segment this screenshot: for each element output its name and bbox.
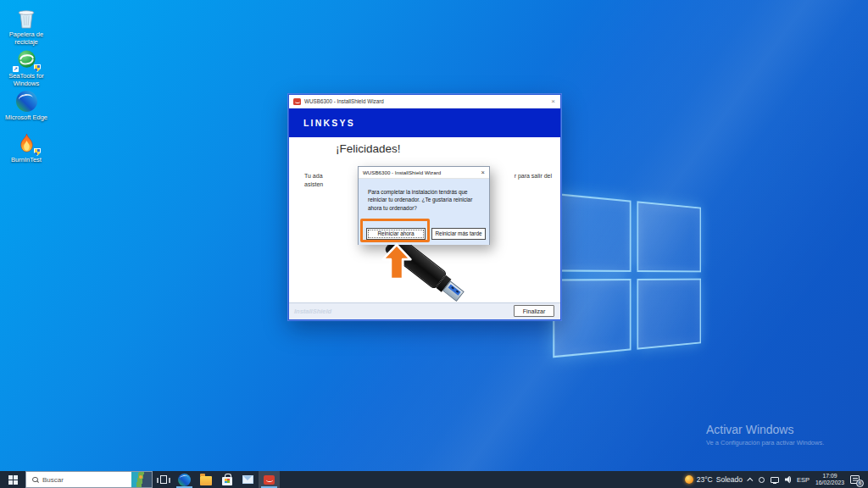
uac-shield-icon — [34, 64, 41, 72]
search-highlight-thumbnail[interactable] — [131, 472, 152, 487]
taskbar: Buscar 23°C Soleado — [0, 471, 868, 488]
dialog-message-line: reiniciar tu ordenador. ¿Te gustaría rei… — [368, 196, 489, 203]
notification-center-button[interactable]: 6 — [850, 475, 860, 485]
activation-watermark-title: Activar Windows — [706, 423, 824, 436]
window-titlebar[interactable]: WUSB6300 - InstallShield Wizard × — [289, 95, 560, 108]
desktop-icon-label: SeaTools for Windows — [2, 73, 51, 87]
linksys-logo: LINKSYS — [303, 118, 355, 128]
network-display-icon[interactable] — [771, 477, 779, 483]
taskbar-item-store[interactable] — [216, 471, 237, 488]
wizard-footer: InstallShield Finalizar — [289, 302, 560, 319]
seatools-icon: ➚ — [2, 48, 51, 71]
desktop-icon-recycle-bin[interactable]: Papelera de reciclaje — [2, 7, 51, 46]
search-input[interactable]: Buscar — [25, 471, 153, 488]
desktop-icon-seatools[interactable]: ➚ SeaTools for Windows — [2, 48, 51, 87]
restart-later-button[interactable]: Reiniciar más tarde — [431, 228, 486, 240]
dialog-title: WUSB6300 - InstallShield Wizard — [363, 169, 441, 175]
window-title: WUSB6300 - InstallShield Wizard — [304, 98, 384, 104]
task-view-icon — [160, 475, 167, 484]
system-tray: 23°C Soleado ESP 17:09 16/02/2023 6 — [685, 471, 868, 488]
linksys-banner: LINKSYS — [289, 108, 560, 137]
burnintest-flame-icon — [2, 132, 51, 155]
shortcut-arrow-icon: ➚ — [13, 66, 19, 72]
weather-condition: Soleado — [716, 475, 743, 484]
installshield-app-icon — [293, 98, 301, 105]
dialog-titlebar[interactable]: WUSB6300 - InstallShield Wizard × — [359, 167, 489, 178]
desktop-icon-label: BurnInTest — [2, 157, 51, 164]
weather-temperature: 23°C — [697, 475, 713, 484]
recycle-bin-icon — [2, 7, 51, 30]
taskbar-item-file-explorer[interactable] — [195, 471, 216, 488]
desktop: Papelera de reciclaje ➚ SeaTools for Win… — [0, 0, 868, 488]
finalize-button[interactable]: Finalizar — [514, 305, 554, 317]
dialog-message-line: Para completar la instalación tendrás qu… — [368, 188, 489, 196]
close-icon[interactable]: × — [551, 98, 555, 105]
desktop-icon-label: Papelera de reciclaje — [2, 31, 51, 46]
desktop-icon-burnintest[interactable]: BurnInTest — [2, 132, 51, 164]
dialog-message-line: ahora tu ordenador? — [368, 204, 489, 212]
edge-icon — [2, 90, 51, 113]
windows-logo-wallpaper — [553, 193, 701, 358]
wizard-body-text-left: Tu ada asisten — [304, 172, 323, 188]
mail-icon — [242, 475, 253, 484]
windows-start-icon — [8, 475, 18, 485]
tray-app-icon[interactable] — [759, 477, 765, 483]
desktop-icon-edge[interactable]: Microsoft Edge — [2, 90, 51, 122]
activation-watermark-subtitle: Ve a Configuración para activar Windows. — [706, 439, 824, 446]
search-placeholder: Buscar — [42, 476, 64, 484]
weather-widget[interactable]: 23°C Soleado — [685, 475, 743, 484]
installshield-app-icon — [264, 475, 275, 485]
taskbar-item-mail[interactable] — [237, 471, 259, 488]
language-indicator[interactable]: ESP — [797, 476, 810, 484]
windows-logo-pane — [637, 201, 701, 272]
clock-date: 16/02/2023 — [815, 480, 844, 486]
tray-expand-chevron-icon[interactable] — [747, 477, 753, 483]
task-view-button[interactable] — [153, 471, 174, 488]
wizard-body-text-right: r para salir del — [515, 172, 552, 180]
windows-logo-pane — [637, 279, 701, 350]
file-explorer-icon — [200, 476, 212, 485]
clock[interactable]: 17:09 16/02/2023 — [815, 473, 844, 486]
volume-control[interactable] — [785, 476, 791, 484]
notification-badge: 6 — [856, 480, 864, 487]
taskbar-item-edge[interactable] — [174, 471, 195, 488]
windows-logo-pane — [553, 279, 631, 358]
clock-time: 17:09 — [815, 473, 844, 480]
taskbar-item-installshield[interactable] — [259, 471, 280, 488]
uac-shield-icon — [34, 148, 41, 156]
edge-icon — [178, 474, 191, 486]
activation-watermark: Activar Windows Ve a Configuración para … — [706, 423, 824, 446]
speaker-icon — [785, 476, 793, 484]
installshield-watermark: InstallShield — [294, 308, 331, 315]
arrow-up-annotation — [380, 242, 414, 281]
microsoft-store-icon — [222, 477, 232, 485]
sun-weather-icon — [685, 475, 693, 484]
start-button[interactable] — [0, 471, 25, 488]
desktop-icon-label: Microsoft Edge — [2, 114, 51, 122]
windows-logo-pane — [553, 193, 631, 272]
wizard-heading: ¡Felicidades! — [336, 142, 401, 155]
search-icon — [32, 477, 38, 483]
close-icon[interactable]: × — [481, 169, 485, 175]
highlight-box-annotation — [360, 219, 430, 242]
